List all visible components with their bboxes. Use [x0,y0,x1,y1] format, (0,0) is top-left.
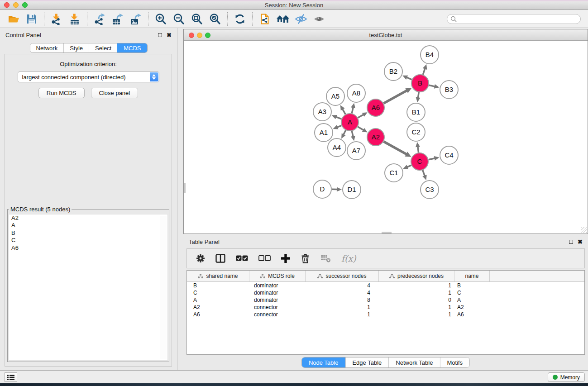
tab-edge-table[interactable]: Edge Table [345,357,388,367]
float-panel-icon[interactable] [569,240,573,244]
export-table-button[interactable] [109,11,127,27]
table-row[interactable]: B dominator 4 1 B [187,282,584,289]
table-row[interactable]: A dominator 8 0 A [187,296,584,304]
search-input[interactable] [447,14,581,24]
graph-node-A4[interactable]: A4 [328,138,346,157]
function-builder-icon[interactable]: f(x) [341,253,356,263]
horizontal-scroll-mark[interactable] [382,232,392,234]
graph-node-A6[interactable]: A6 [367,99,384,116]
graph-node-C[interactable]: C [411,153,428,170]
column-header-successor-nodes[interactable]: successor nodes [306,271,379,281]
graph-node-A7[interactable]: A7 [347,142,365,160]
tab-mcds[interactable]: MCDS [117,43,147,52]
graph-node-A8[interactable]: A8 [347,84,365,102]
graph-edge[interactable] [352,131,353,137]
result-item[interactable]: A2 [9,214,167,222]
result-scrollbar[interactable] [161,216,167,359]
tab-network[interactable]: Network [30,43,63,52]
graph-edge[interactable] [406,77,411,80]
delete-table-icon[interactable] [320,254,331,263]
close-panel-icon[interactable]: ✖ [167,33,172,37]
tab-node-table[interactable]: Node Table [302,357,345,367]
graph-edge[interactable] [383,142,407,155]
close-panel-button[interactable]: Close panel [91,88,139,98]
graph-node-A2[interactable]: A2 [367,129,384,146]
result-item[interactable]: B [9,229,167,237]
graph-edge[interactable] [358,127,364,130]
result-item[interactable]: A6 [9,244,167,252]
graph-node-A5[interactable]: A5 [326,87,344,105]
graph-edge[interactable] [418,92,419,98]
memory-button[interactable]: Memory [548,372,585,382]
vertical-scroll-mark[interactable] [184,183,186,193]
refresh-button[interactable] [231,11,249,27]
result-item[interactable]: A [9,222,167,229]
close-panel-icon[interactable]: ✖ [578,240,583,244]
tab-select[interactable]: Select [89,43,117,52]
graph-node-B4[interactable]: B4 [421,46,439,64]
graph-node-A1[interactable]: A1 [315,124,333,142]
save-session-button[interactable] [23,11,41,27]
graph-node-B[interactable]: B [411,75,429,92]
tab-motifs[interactable]: Motifs [440,357,469,367]
import-network-button[interactable] [48,11,66,27]
graph-edge[interactable] [429,158,435,160]
network-canvas[interactable]: B4B2BB3A5A8A6A3B1AA1C2A2A4A7C4CC1C3DD1 [184,41,588,234]
graph-edge[interactable] [358,114,363,118]
graph-node-A[interactable]: A [341,114,359,131]
table-row[interactable]: A2 connector 1 1 A2 [187,304,584,311]
graph-node-C1[interactable]: C1 [385,164,403,182]
tab-style[interactable]: Style [63,43,89,52]
graph-edge[interactable] [429,85,435,86]
graph-node-B3[interactable]: B3 [440,81,458,99]
zoom-selected-button[interactable] [206,11,224,27]
resize-grip[interactable] [581,227,587,233]
export-image-button[interactable] [127,11,145,27]
select-all-icon[interactable] [236,255,248,262]
show-visibility-button[interactable] [310,11,328,27]
table-row[interactable]: C dominator 4 1 C [187,289,584,296]
tab-network-table[interactable]: Network Table [388,357,440,367]
network-graph[interactable]: B4B2BB3A5A8A6A3B1AA1C2A2A4A7C4CC1C3DD1 [184,41,588,234]
graph-edge[interactable] [335,117,341,119]
column-header-shared-name[interactable]: shared name [187,271,249,281]
import-table-button[interactable] [66,11,84,27]
float-panel-icon[interactable] [158,33,162,37]
graph-node-D1[interactable]: D1 [343,181,361,199]
column-header-mcds-role[interactable]: MCDS role [249,271,306,281]
graph-node-D[interactable]: D [313,180,331,198]
column-header-name[interactable]: name [454,271,490,281]
result-item[interactable]: C [9,237,167,244]
graph-node-A3[interactable]: A3 [313,103,331,121]
graph-edge[interactable] [423,170,425,176]
run-mcds-button[interactable]: Run MCDS [38,88,85,98]
open-session-button[interactable] [5,11,23,27]
zoom-fit-button[interactable] [188,11,206,27]
graph-edge[interactable] [384,90,407,103]
deselect-all-icon[interactable] [258,255,271,262]
table-row[interactable]: A6 connector 1 1 A6 [187,311,584,318]
settings-gear-icon[interactable] [196,254,205,263]
clone-network-button[interactable] [256,11,274,27]
criterion-dropdown[interactable]: largest connected component (directed) [18,71,159,82]
add-column-icon[interactable] [281,254,290,263]
graph-node-C4[interactable]: C4 [440,146,458,164]
graph-edge[interactable] [423,68,425,75]
column-header-predecessor-nodes[interactable]: predecessor nodes [379,271,454,281]
graph-edge[interactable] [352,107,353,113]
graph-edge[interactable] [418,146,419,152]
mcds-result-list[interactable]: A2 A B C A6 [9,214,168,361]
task-history-button[interactable] [5,372,17,382]
graph-node-B2[interactable]: B2 [384,62,402,81]
graph-node-C2[interactable]: C2 [407,123,425,141]
split-panel-icon[interactable] [215,254,225,263]
graph-node-C3[interactable]: C3 [421,181,439,199]
graph-edge[interactable] [342,109,345,114]
delete-icon[interactable] [301,254,310,263]
home-layout-button[interactable] [274,11,292,27]
graph-node-B1[interactable]: B1 [407,103,425,121]
zoom-in-button[interactable] [152,11,170,27]
hide-visibility-button[interactable] [292,11,310,27]
zoom-out-button[interactable] [170,11,188,27]
export-network-button[interactable] [91,11,109,27]
